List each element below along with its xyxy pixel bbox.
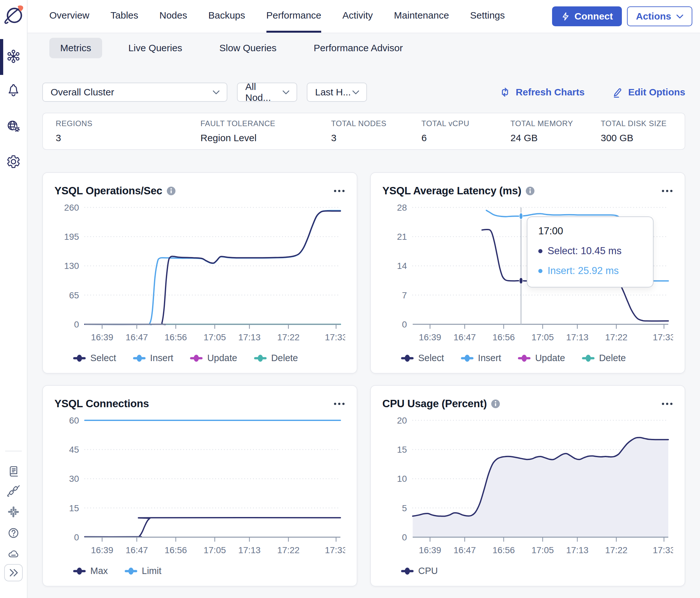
- legend-item-limit[interactable]: Limit: [125, 566, 161, 576]
- summary-total-memory: TOTAL MEMORY 24 GB: [510, 119, 601, 144]
- clusters-icon[interactable]: [6, 49, 21, 64]
- chart-title: YSQL Connections: [54, 398, 149, 410]
- chart-area: 0714212816:3916:4716:5617:0517:1317:2217…: [382, 201, 673, 352]
- legend-label: Select: [90, 353, 116, 363]
- chart-title: YSQL Average Latency (ms): [382, 185, 521, 197]
- charts-grid: YSQL Operations/Sec 06513019526016:3916:…: [42, 172, 685, 587]
- pencil-icon: [611, 86, 623, 98]
- tab-settings[interactable]: Settings: [470, 0, 505, 33]
- integrations-plug-icon[interactable]: [7, 485, 20, 498]
- legend-item-insert[interactable]: Insert: [461, 353, 501, 363]
- legend-item-insert[interactable]: Insert: [133, 353, 174, 363]
- subtab-slow-queries[interactable]: Slow Queries: [208, 38, 287, 58]
- cluster-select[interactable]: Overall Cluster: [42, 83, 227, 102]
- info-icon[interactable]: [491, 399, 500, 408]
- svg-text:17:13: 17:13: [566, 545, 589, 555]
- svg-text:17:13: 17:13: [238, 332, 261, 342]
- legend-label: CPU: [418, 566, 438, 576]
- tab-nodes[interactable]: Nodes: [159, 0, 187, 33]
- svg-text:0: 0: [402, 319, 407, 330]
- nodes-select[interactable]: All Nod...: [237, 83, 297, 102]
- time-range-select[interactable]: Last H...: [307, 83, 367, 102]
- tab-performance[interactable]: Performance: [267, 0, 322, 33]
- chart-menu-button[interactable]: [333, 400, 345, 408]
- svg-text:17:33: 17:33: [653, 332, 673, 342]
- chart-card-ysql-connections: YSQL Connections 01530456016:3916:4716:5…: [42, 385, 357, 587]
- legend-label: Update: [207, 353, 237, 363]
- subtab-metrics[interactable]: Metrics: [49, 38, 102, 58]
- svg-text:7: 7: [402, 290, 407, 300]
- tab-activity[interactable]: Activity: [342, 0, 373, 33]
- chart-menu-button[interactable]: [661, 187, 673, 194]
- tab-maintenance[interactable]: Maintenance: [394, 0, 449, 33]
- svg-text:17:05: 17:05: [204, 545, 226, 555]
- network-globe-gear-icon[interactable]: [6, 119, 21, 134]
- svg-text:195: 195: [64, 232, 79, 242]
- refresh-charts-button[interactable]: Refresh Charts: [499, 86, 585, 98]
- edit-options-button[interactable]: Edit Options: [611, 86, 685, 98]
- alerts-bell-icon[interactable]: [6, 83, 21, 97]
- svg-text:17:22: 17:22: [277, 332, 300, 342]
- svg-text:17:22: 17:22: [605, 332, 628, 342]
- svg-text:16:56: 16:56: [493, 545, 515, 555]
- legend-marker-icon: [73, 354, 86, 362]
- tab-tables[interactable]: Tables: [110, 0, 138, 33]
- svg-text:16:47: 16:47: [126, 545, 148, 555]
- chart-menu-button[interactable]: [333, 187, 345, 194]
- slack-icon[interactable]: [7, 506, 20, 518]
- svg-text:21: 21: [397, 232, 407, 242]
- sidebar: [0, 0, 28, 598]
- legend-item-select[interactable]: Select: [73, 353, 116, 363]
- legend-marker-icon: [401, 354, 414, 362]
- legend-item-cpu[interactable]: CPU: [401, 566, 438, 576]
- actions-button[interactable]: Actions: [627, 6, 692, 26]
- svg-text:0: 0: [74, 532, 79, 542]
- subtab-performance-advisor[interactable]: Performance Advisor: [303, 38, 414, 58]
- docs-book-icon[interactable]: [7, 465, 20, 478]
- info-icon[interactable]: [167, 187, 175, 195]
- svg-text:130: 130: [64, 261, 79, 271]
- sidebar-expand-button[interactable]: [4, 564, 23, 581]
- settings-gear-icon[interactable]: [6, 154, 21, 169]
- info-icon[interactable]: [526, 187, 534, 195]
- legend-item-update[interactable]: Update: [518, 353, 565, 363]
- legend-label: Delete: [271, 353, 298, 363]
- chart-tooltip: 17:00Select: 10.45 msInsert: 25.92 ms: [527, 216, 654, 287]
- area-chart: 0510152016:3916:4716:5617:0517:1317:2217…: [382, 414, 673, 564]
- legend-marker-icon: [461, 354, 474, 362]
- legend-item-max[interactable]: Max: [73, 566, 108, 576]
- svg-text:17:13: 17:13: [566, 332, 589, 342]
- line-chart: 06513019526016:3916:4716:5617:0517:1317:…: [54, 201, 345, 352]
- cloud-icon[interactable]: [7, 547, 20, 560]
- svg-text:16:47: 16:47: [453, 545, 476, 555]
- help-icon[interactable]: [7, 527, 20, 540]
- svg-text:17:05: 17:05: [204, 332, 226, 342]
- subtab-live-queries[interactable]: Live Queries: [118, 38, 193, 58]
- chart-area: 01530456016:3916:4716:5617:0517:1317:221…: [54, 414, 345, 564]
- svg-text:14: 14: [397, 261, 407, 271]
- svg-text:16:39: 16:39: [419, 545, 441, 555]
- legend-item-delete[interactable]: Delete: [582, 353, 626, 363]
- connect-button[interactable]: Connect: [552, 6, 622, 26]
- sidebar-divider: [5, 451, 22, 451]
- chevron-down-icon: [282, 90, 290, 95]
- svg-text:16:47: 16:47: [126, 332, 148, 342]
- summary-total-disk: TOTAL DISK SIZE 300 GB: [601, 119, 672, 144]
- yugabyte-logo-icon[interactable]: [3, 4, 25, 25]
- legend-item-delete[interactable]: Delete: [254, 353, 298, 363]
- legend-marker-icon: [133, 354, 146, 362]
- svg-text:16:56: 16:56: [165, 545, 187, 555]
- svg-text:15: 15: [69, 503, 79, 513]
- chart-area: 0510152016:3916:4716:5617:0517:1317:2217…: [382, 414, 673, 564]
- chart-legend: CPU: [401, 566, 673, 576]
- svg-text:20: 20: [397, 416, 407, 425]
- svg-text:16:39: 16:39: [419, 332, 441, 342]
- svg-text:260: 260: [64, 203, 79, 213]
- legend-item-update[interactable]: Update: [190, 353, 237, 363]
- tab-backups[interactable]: Backups: [208, 0, 245, 33]
- svg-text:17:13: 17:13: [238, 545, 261, 555]
- legend-item-select[interactable]: Select: [401, 353, 444, 363]
- svg-text:16:39: 16:39: [91, 545, 114, 555]
- tab-overview[interactable]: Overview: [49, 0, 89, 33]
- chart-menu-button[interactable]: [661, 400, 673, 408]
